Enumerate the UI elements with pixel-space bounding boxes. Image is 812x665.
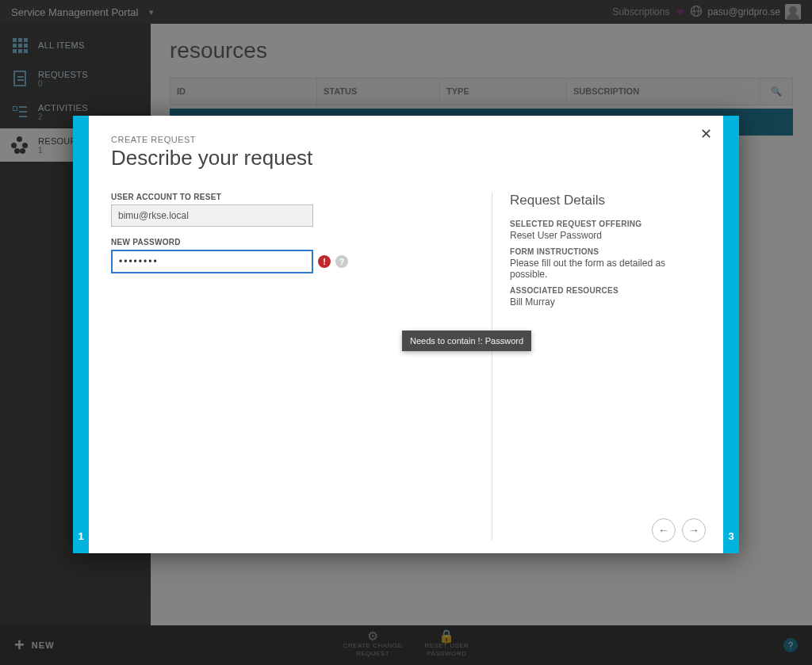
validation-tooltip: Needs to contain !: Password: [402, 331, 531, 351]
offering-label: SELECTED REQUEST OFFERING: [510, 220, 701, 228]
step-indicator-left: 1: [73, 116, 89, 553]
modal-title: Describe your request: [111, 146, 701, 170]
resources-value: Bill Murray: [510, 296, 701, 308]
next-button[interactable]: →: [682, 518, 706, 542]
error-icon: !: [318, 255, 331, 268]
resources-label: ASSOCIATED RESOURCES: [510, 286, 701, 295]
prev-button[interactable]: ←: [652, 518, 676, 542]
create-request-modal: 1 ✕ CREATE REQUEST Describe your request…: [73, 116, 739, 553]
request-details-heading: Request Details: [510, 193, 701, 208]
user-account-field: bimu@rkse.local: [111, 204, 313, 227]
instructions-label: FORM INSTRUCTIONS: [510, 247, 701, 256]
close-icon[interactable]: ✕: [700, 125, 712, 143]
breadcrumb: CREATE REQUEST: [111, 135, 701, 144]
user-account-label: USER ACCOUNT TO RESET: [111, 193, 492, 201]
instructions-value: Please fill out the form as detailed as …: [510, 258, 701, 280]
new-password-input[interactable]: [111, 250, 313, 273]
field-help-icon[interactable]: ?: [335, 255, 348, 268]
step-indicator-right: 3: [723, 116, 739, 553]
offering-value: Reset User Password: [510, 230, 701, 241]
new-password-label: NEW PASSWORD: [111, 238, 492, 247]
